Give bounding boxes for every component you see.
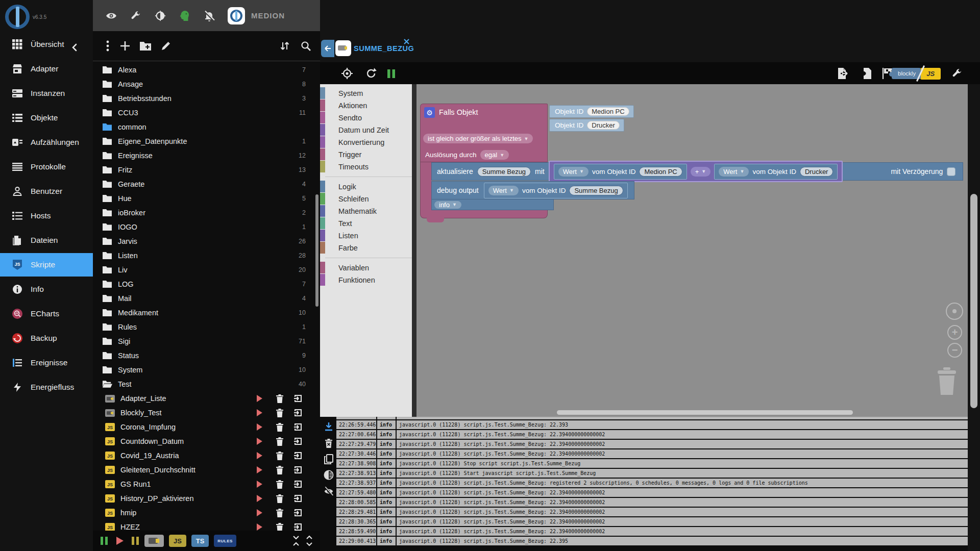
tree-folder-row[interactable]: Betriebsstunden 3	[93, 91, 320, 106]
filter-js-badge[interactable]: JS	[169, 535, 186, 547]
theme-toggle-icon[interactable]	[154, 10, 166, 22]
delete-script-button[interactable]	[275, 508, 285, 518]
page-scrollbar[interactable]	[970, 194, 977, 408]
blockly-js-toggle[interactable]: blockly JS	[892, 67, 941, 80]
tree-folder-row[interactable]: Status 9	[93, 348, 320, 363]
debug-objekt-field[interactable]: Summe Bezug	[569, 186, 623, 195]
expert-mode-eye-icon[interactable]	[105, 10, 117, 22]
toolbox-category[interactable]: Aktionen	[320, 99, 412, 112]
tree-script-row[interactable]: Blockly_Test	[93, 406, 320, 420]
sidebar-item[interactable]: Adapter	[0, 57, 93, 81]
tree-folder-row[interactable]: Ereignisse 12	[93, 148, 320, 163]
toggle-blockly-label[interactable]: blockly	[892, 68, 921, 79]
export-script-button[interactable]	[293, 422, 303, 432]
source-objekt-field-1[interactable]: Medion PC	[639, 167, 682, 177]
import-blocks-icon[interactable]	[860, 67, 873, 80]
toolbox-category[interactable]: Logik	[320, 181, 412, 193]
filter-rules-badge[interactable]: RULES	[214, 535, 236, 547]
tree-script-row[interactable]: JS Covid_19_Austria	[93, 448, 320, 463]
export-script-button[interactable]	[293, 450, 303, 461]
toolbox-category[interactable]: Listen	[320, 230, 412, 242]
run-script-button[interactable]	[254, 493, 264, 504]
objekt-id-field-1[interactable]: Medion PC	[587, 107, 629, 116]
tab-label[interactable]: SUMME_BEZUG	[354, 44, 414, 53]
tree-folder-row[interactable]: Sigi 71	[93, 334, 320, 348]
tree-script-row[interactable]: JS Countdown_Datum	[93, 434, 320, 448]
export-script-button[interactable]	[293, 493, 303, 504]
run-script-button[interactable]	[254, 422, 264, 432]
operator-dropdown[interactable]: +▼	[691, 167, 711, 177]
sidebar-item[interactable]: Ereignisse	[0, 350, 93, 375]
sidebar-item[interactable]: ECharts	[0, 302, 93, 326]
toolbox-category[interactable]: Trigger	[320, 148, 412, 161]
tree-script-row[interactable]: JS hmip	[93, 506, 320, 520]
blockly-workspace[interactable]: ⚙ Falls Objekt ist gleich oder größer al…	[416, 84, 968, 417]
run-script-button[interactable]	[254, 508, 264, 518]
toolbox-category[interactable]: Farbe	[320, 242, 412, 254]
get-value-block-2[interactable]: Wert▼ vom Objekt ID Drucker	[714, 164, 838, 180]
export-script-button[interactable]	[293, 436, 303, 446]
add-folder-icon[interactable]	[139, 39, 152, 53]
sidebar-item[interactable]: Energiefluss	[0, 375, 93, 399]
run-script-button[interactable]	[254, 408, 264, 418]
sidebar-item[interactable]: Benutzer	[0, 179, 93, 204]
tree-folder-row[interactable]: Rules 1	[93, 320, 320, 334]
zoom-out-control[interactable]: −	[947, 343, 962, 358]
locate-block-icon[interactable]	[340, 67, 354, 80]
sidebar-item[interactable]: Übersicht	[0, 32, 93, 57]
toolbox-category[interactable]: Datum und Zeit	[320, 124, 412, 136]
tree-script-row[interactable]: JS Corona_Impfung	[93, 420, 320, 434]
tree-folder-row[interactable]: LOG 7	[93, 277, 320, 291]
notifications-off-icon[interactable]	[203, 10, 215, 22]
value-type-dropdown[interactable]: Wert▼	[558, 167, 589, 177]
delete-script-button[interactable]	[275, 436, 285, 446]
value-type-dropdown[interactable]: Wert▼	[719, 167, 749, 177]
tree-folder-row[interactable]: Eigene_Datenpunkte 1	[93, 134, 320, 148]
edit-pencil-icon[interactable]	[159, 39, 173, 53]
delete-script-button[interactable]	[275, 422, 285, 432]
run-all-icon[interactable]	[115, 536, 124, 545]
tree-folder-row[interactable]: Hue 5	[93, 191, 320, 206]
run-script-button[interactable]	[254, 479, 264, 489]
tree-folder-row[interactable]: common	[93, 120, 320, 134]
filter-ts-badge[interactable]: TS	[191, 535, 209, 547]
filter-blockly-badge[interactable]	[144, 535, 164, 547]
tree-folder-row[interactable]: Mail 4	[93, 291, 320, 306]
toolbox-category[interactable]: Timeouts	[320, 161, 412, 173]
get-value-block-1[interactable]: Wert▼ vom Objekt ID Medion PC	[554, 164, 687, 180]
tree-script-row[interactable]: JS GS Run1	[93, 477, 320, 491]
objekt-id-block-1[interactable]: Objekt ID Medion PC	[549, 105, 634, 118]
debug-severity-row[interactable]: info▼	[431, 199, 554, 210]
sidebar-item[interactable]: Backup	[0, 326, 93, 350]
sidebar-item[interactable]: Info	[0, 277, 93, 302]
toolbox-category[interactable]: Konvertierung	[320, 136, 412, 148]
tree-scrollbar[interactable]	[315, 194, 318, 307]
download-log-icon[interactable]	[324, 421, 334, 432]
collapse-all-icon[interactable]	[292, 534, 301, 547]
tree-folder-row[interactable]: Fritz 13	[93, 163, 320, 177]
delay-checkbox[interactable]	[947, 167, 955, 176]
update-objekt-field[interactable]: Summe Bezug	[477, 167, 531, 177]
export-script-button[interactable]	[293, 479, 303, 489]
sidebar-item[interactable]: Aufzählungen	[0, 130, 93, 155]
pause-script-icon[interactable]	[384, 67, 398, 80]
tree-folder-row[interactable]: Ansage 8	[93, 77, 320, 91]
tree-script-row[interactable]: JS Gleiteten_Durchschnitt	[93, 463, 320, 477]
delete-script-button[interactable]	[275, 465, 285, 475]
run-script-button[interactable]	[254, 393, 264, 404]
sidebar-item[interactable]: Hosts	[0, 204, 93, 228]
toolbox-category[interactable]: Text	[320, 217, 412, 230]
export-script-button[interactable]	[293, 393, 303, 404]
sidebar-item[interactable]: Protokolle	[0, 155, 93, 179]
export-script-button[interactable]	[293, 408, 303, 418]
severity-dropdown[interactable]: info▼	[434, 201, 461, 209]
delete-script-button[interactable]	[275, 393, 285, 404]
sidebar-item[interactable]: Dateien	[0, 228, 93, 253]
toolbox-category[interactable]: Sendto	[320, 112, 412, 124]
editor-settings-wrench-icon[interactable]	[950, 67, 964, 80]
toolbox-category[interactable]: Variablen	[320, 262, 412, 274]
get-value-block-debug[interactable]: Wert▼ vom Objekt ID Summe Bezug	[484, 183, 628, 198]
tree-script-row[interactable]: Adapter_Liste	[93, 391, 320, 406]
run-script-button[interactable]	[254, 465, 264, 475]
run-script-button[interactable]	[254, 450, 264, 461]
